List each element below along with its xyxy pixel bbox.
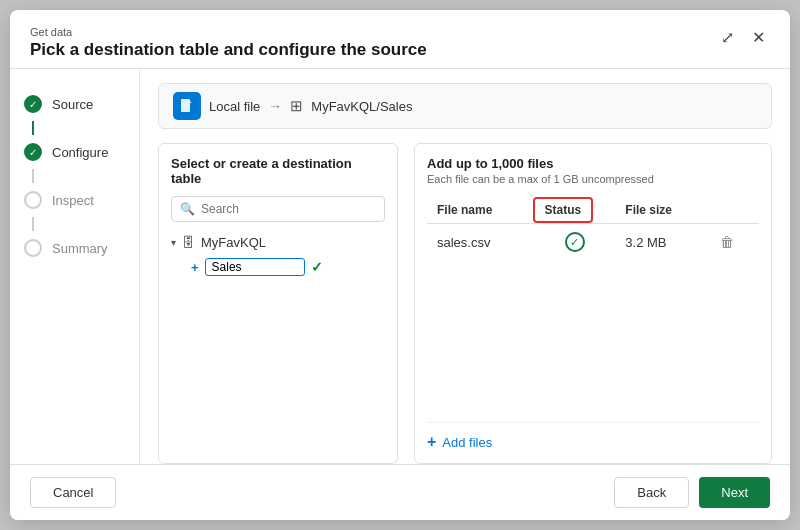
status-ok-icon: ✓: [565, 232, 585, 252]
step-connector-2: [32, 169, 34, 183]
main-dialog: Get data Pick a destination table and co…: [10, 10, 790, 520]
footer-right-buttons: Back Next: [614, 477, 770, 508]
right-panel: Add up to 1,000 files Each file can be a…: [414, 143, 772, 464]
search-input[interactable]: [201, 202, 376, 216]
main-content: Local file → ⊞ MyFavKQL/Sales Select or …: [140, 69, 790, 464]
table-row: sales.csv ✓ 3.2 MB 🗑: [427, 224, 759, 261]
status-ok-container: ✓: [545, 232, 606, 252]
sidebar-step-label-configure: Configure: [52, 145, 108, 160]
right-panel-title: Add up to 1,000 files: [427, 156, 759, 171]
delete-icon[interactable]: 🗑: [720, 234, 734, 250]
left-panel-title: Select or create a destination table: [171, 156, 385, 186]
get-data-label: Get data: [30, 26, 427, 38]
two-column-layout: Select or create a destination table 🔍 ▾…: [158, 143, 772, 464]
file-table: File name Status File size: [427, 197, 759, 260]
table-icon: ⊞: [290, 97, 303, 115]
breadcrumb-destination: MyFavKQL/Sales: [311, 99, 412, 114]
sidebar-step-label-source: Source: [52, 97, 93, 112]
col-actions: [710, 197, 759, 224]
search-icon: 🔍: [180, 202, 195, 216]
col-file-name: File name: [427, 197, 535, 224]
close-button[interactable]: ✕: [747, 26, 770, 49]
sidebar: ✓ Source ✓ Configure Inspect Summary: [10, 69, 140, 464]
breadcrumb-bar: Local file → ⊞ MyFavKQL/Sales: [158, 83, 772, 129]
add-icon: +: [191, 260, 199, 275]
tree-chevron-icon: ▾: [171, 237, 176, 248]
col-status: Status: [535, 197, 616, 224]
file-name-cell: sales.csv: [427, 224, 535, 261]
sidebar-item-summary[interactable]: Summary: [10, 231, 139, 265]
cancel-button[interactable]: Cancel: [30, 477, 116, 508]
dialog-footer: Cancel Back Next: [10, 464, 790, 520]
sidebar-step-label-summary: Summary: [52, 241, 108, 256]
breadcrumb-arrow: →: [268, 98, 282, 114]
sidebar-item-configure[interactable]: ✓ Configure: [10, 135, 139, 169]
sidebar-step-label-inspect: Inspect: [52, 193, 94, 208]
add-files-button[interactable]: + Add files: [427, 422, 759, 451]
expand-button[interactable]: ⤢: [716, 26, 739, 49]
dialog-header: Get data Pick a destination table and co…: [10, 10, 790, 69]
col-file-size: File size: [615, 197, 710, 224]
file-size-cell: 3.2 MB: [615, 224, 710, 261]
sidebar-item-inspect[interactable]: Inspect: [10, 183, 139, 217]
tree-db-label: MyFavKQL: [201, 235, 266, 250]
step-dot-source: ✓: [24, 95, 42, 113]
step-dot-inspect: [24, 191, 42, 209]
dialog-header-right: ⤢ ✕: [716, 26, 770, 49]
right-panel-subtitle: Each file can be a max of 1 GB uncompres…: [427, 173, 759, 185]
sidebar-item-source[interactable]: ✓ Source: [10, 87, 139, 121]
local-file-label: Local file: [209, 99, 260, 114]
database-icon: 🗄: [182, 235, 195, 250]
tree-db-item[interactable]: ▾ 🗄 MyFavKQL: [171, 232, 385, 253]
step-dot-summary: [24, 239, 42, 257]
left-panel: Select or create a destination table 🔍 ▾…: [158, 143, 398, 464]
check-icon: ✓: [311, 259, 323, 275]
dialog-overlay: Get data Pick a destination table and co…: [0, 0, 800, 530]
dialog-body: ✓ Source ✓ Configure Inspect Summary: [10, 69, 790, 464]
next-button[interactable]: Next: [699, 477, 770, 508]
step-connector-1: [32, 121, 34, 135]
step-dot-configure: ✓: [24, 143, 42, 161]
add-files-label: Add files: [442, 435, 492, 450]
delete-cell[interactable]: 🗑: [710, 224, 759, 261]
tree-child-item: + ✓: [171, 255, 385, 279]
tree-table-input[interactable]: [205, 258, 305, 276]
back-button[interactable]: Back: [614, 477, 689, 508]
add-files-plus-icon: +: [427, 433, 436, 451]
status-cell: ✓: [535, 224, 616, 261]
local-file-icon: [173, 92, 201, 120]
search-box[interactable]: 🔍: [171, 196, 385, 222]
dialog-title: Pick a destination table and configure t…: [30, 40, 427, 60]
status-header-wrapper: Status: [545, 203, 582, 217]
step-connector-3: [32, 217, 34, 231]
dialog-header-left: Get data Pick a destination table and co…: [30, 26, 427, 60]
